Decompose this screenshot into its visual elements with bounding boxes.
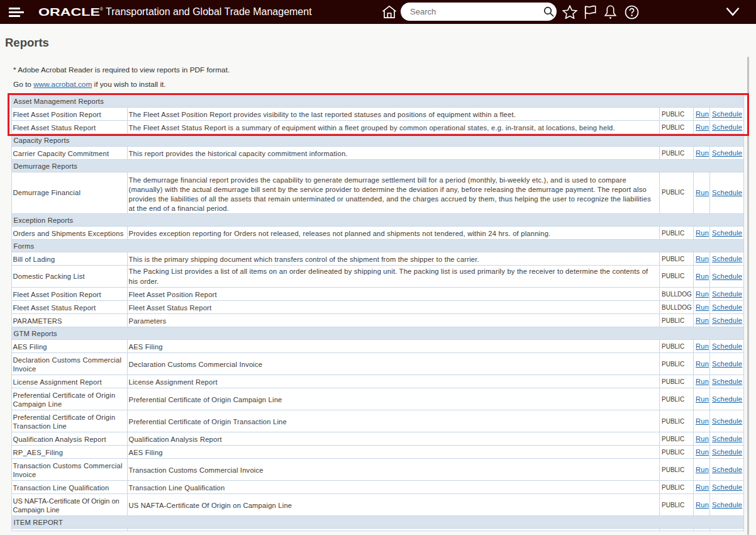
svg-text:®: ® <box>100 7 103 11</box>
svg-text:ORACLE: ORACLE <box>38 6 100 18</box>
